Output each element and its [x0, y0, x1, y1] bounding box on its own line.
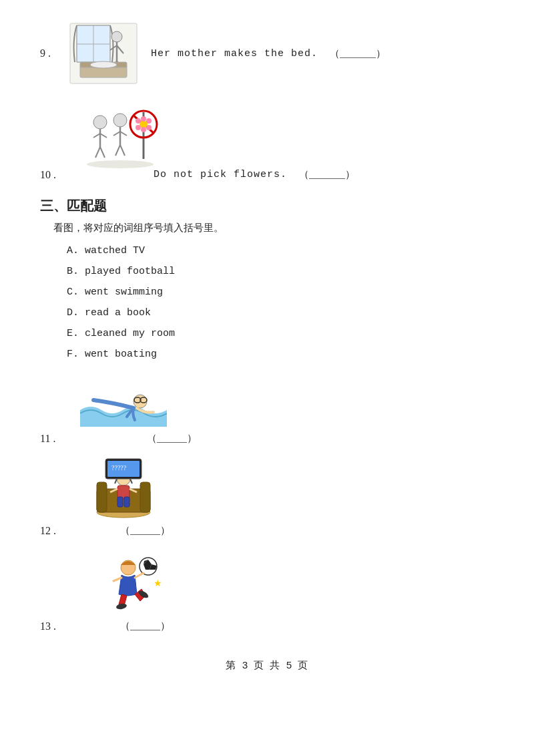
svg-text:?????: ????? — [111, 464, 127, 471]
svg-line-24 — [115, 145, 120, 156]
q13-image-wrapper: ★ — [93, 548, 494, 617]
svg-point-12 — [90, 61, 117, 68]
q10-image-wrapper — [80, 99, 494, 166]
svg-rect-43 — [140, 482, 150, 512]
q11-blank: （_____） — [147, 432, 197, 445]
question-10: 10 . Do not pick flowers. （______） — [40, 168, 494, 181]
q12-number: 12 . — [40, 525, 67, 537]
svg-line-53 — [130, 479, 132, 484]
option-c: C. went swimming — [67, 287, 494, 298]
svg-point-31 — [146, 118, 152, 124]
svg-line-19 — [100, 147, 105, 158]
q9-text: Her mother makes the bed. — [151, 48, 318, 59]
svg-point-4 — [111, 31, 122, 42]
svg-line-25 — [120, 145, 125, 156]
svg-point-33 — [141, 127, 146, 132]
q13-blank: （_____） — [120, 620, 170, 632]
q9-image — [67, 20, 140, 87]
svg-line-52 — [115, 479, 117, 484]
q11-image-wrapper — [80, 373, 494, 429]
svg-rect-46 — [117, 497, 123, 507]
option-f: F. went boating — [67, 349, 494, 360]
question-13: 13 . （_____） — [40, 620, 494, 632]
q10-image — [80, 99, 154, 166]
question-12: 12 . （_____） — [40, 524, 494, 537]
svg-point-32 — [146, 125, 152, 130]
svg-rect-42 — [97, 482, 107, 512]
svg-line-17 — [100, 134, 107, 138]
option-b: B. played football — [67, 266, 494, 277]
footer-text: 第 3 页 共 5 页 — [226, 660, 308, 672]
page-container: 9 . — [0, 0, 534, 712]
page-footer: 第 3 页 共 5 页 — [40, 659, 494, 672]
svg-point-35 — [136, 118, 141, 124]
q13-image: ★ — [93, 548, 167, 617]
section3-instruction: 看图，将对应的词组序号填入括号里。 — [53, 222, 494, 234]
svg-line-57 — [135, 573, 144, 578]
q10-number: 10 . — [40, 169, 67, 181]
svg-line-22 — [113, 132, 120, 136]
q12-blank: （_____） — [120, 524, 170, 537]
svg-line-18 — [95, 147, 100, 158]
svg-line-16 — [93, 134, 100, 138]
svg-point-14 — [93, 116, 107, 129]
question-11: 11 . （_____） — [40, 432, 494, 445]
svg-point-13 — [87, 160, 154, 168]
q10-blank: （______） — [287, 168, 355, 181]
svg-point-30 — [141, 116, 146, 122]
q9-number: 9 . — [40, 47, 67, 59]
svg-text:★: ★ — [154, 578, 162, 588]
q10-text: Do not pick flowers. — [154, 169, 287, 180]
q11-number: 11 . — [40, 433, 67, 445]
svg-rect-47 — [124, 497, 129, 507]
svg-point-59 — [115, 603, 127, 610]
question-9: 9 . — [40, 20, 494, 87]
q13-number: 13 . — [40, 620, 67, 632]
q12-image-wrapper: ????? — [93, 455, 494, 522]
q11-image — [80, 373, 167, 429]
svg-point-34 — [136, 125, 141, 130]
q12-image: ????? — [93, 455, 154, 522]
option-a: A. watched TV — [67, 245, 494, 256]
svg-point-20 — [113, 114, 127, 127]
option-list: A. watched TV B. played football C. went… — [67, 245, 494, 360]
svg-line-23 — [120, 132, 127, 136]
q9-blank: （______） — [318, 47, 386, 60]
svg-line-58 — [113, 578, 121, 581]
option-e: E. cleaned my room — [67, 328, 494, 339]
section3-title: 三、匹配题 — [40, 197, 494, 215]
option-d: D. read a book — [67, 307, 494, 319]
